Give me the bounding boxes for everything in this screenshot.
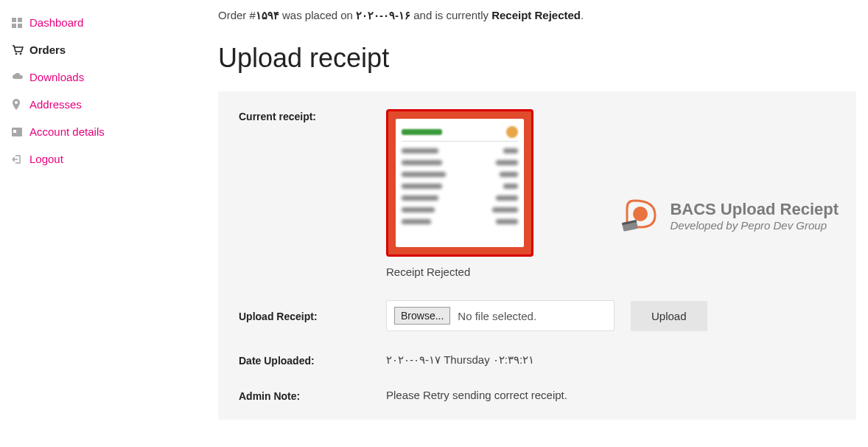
brand-subtitle: Developed by Pepro Dev Group <box>670 219 839 232</box>
svg-rect-2 <box>12 24 16 28</box>
date-uploaded-label: Date Uploaded: <box>239 353 386 367</box>
upload-panel: Current receipt: <box>218 91 856 420</box>
sidebar-item-addresses[interactable]: Addresses <box>12 91 203 118</box>
sidebar-item-label: Addresses <box>29 98 82 111</box>
upload-button[interactable]: Upload <box>631 301 707 331</box>
brand-watermark: BACS Upload Reciept Developed by Pepro D… <box>620 198 839 233</box>
current-receipt-label: Current receipt: <box>239 109 386 122</box>
sidebar-item-label: Dashboard <box>29 16 83 29</box>
sidebar-item-logout[interactable]: Logout <box>12 145 203 173</box>
dashboard-icon <box>12 18 29 28</box>
order-status-line: Order #۱۵۹۴ was placed on ۲۰۲۰-۰۹-۱۶ and… <box>218 9 856 22</box>
sidebar-item-account[interactable]: Account details <box>12 118 203 145</box>
order-number: ۱۵۹۴ <box>256 9 279 21</box>
pin-icon <box>12 99 29 111</box>
receipt-status-text: Receipt Rejected <box>386 266 836 278</box>
admin-note-label: Admin Note: <box>239 389 386 402</box>
card-icon <box>12 128 29 136</box>
sidebar-item-downloads[interactable]: Downloads <box>12 63 203 91</box>
sidebar-item-label: Downloads <box>29 71 84 83</box>
cart-icon <box>12 45 29 55</box>
brand-title: BACS Upload Reciept <box>670 200 839 219</box>
file-input[interactable]: Browse... No file selected. <box>386 300 615 331</box>
svg-rect-8 <box>13 130 16 133</box>
svg-point-5 <box>20 52 22 55</box>
svg-point-4 <box>15 52 18 55</box>
admin-note-row: Admin Note: Please Retry sending correct… <box>239 389 836 402</box>
logout-icon <box>12 154 29 164</box>
svg-rect-0 <box>12 18 16 22</box>
cloud-download-icon <box>12 73 29 82</box>
svg-rect-3 <box>18 24 22 28</box>
page-title: Upload receipt <box>218 43 856 74</box>
receipt-paper <box>396 119 524 247</box>
main-content: Order #۱۵۹۴ was placed on ۲۰۲۰-۰۹-۱۶ and… <box>218 9 856 420</box>
date-uploaded-row: Date Uploaded: ۲۰۲۰-۰۹-۱۷ Thursday ۰۲:۳۹… <box>239 353 836 367</box>
receipt-image[interactable] <box>386 109 533 257</box>
upload-receipt-label: Upload Receipt: <box>239 309 386 322</box>
date-uploaded-value: ۲۰۲۰-۰۹-۱۷ Thursday ۰۲:۳۹:۲۱ <box>386 353 836 367</box>
sidebar-item-label: Orders <box>29 44 66 56</box>
upload-receipt-row: Upload Receipt: Browse... No file select… <box>239 300 836 331</box>
svg-rect-1 <box>18 18 22 22</box>
admin-note-value: Please Retry sending correct receipt. <box>386 389 836 401</box>
file-selected-text: No file selected. <box>458 310 536 322</box>
svg-point-9 <box>633 207 648 221</box>
order-status: Receipt Rejected <box>491 9 581 21</box>
sidebar-item-dashboard[interactable]: Dashboard <box>12 9 203 36</box>
sidebar-item-label: Account details <box>29 125 105 138</box>
sidebar-item-label: Logout <box>29 153 63 165</box>
browse-button[interactable]: Browse... <box>394 307 450 325</box>
order-date: ۲۰۲۰-۰۹-۱۶ <box>356 9 410 21</box>
sidebar-item-orders[interactable]: Orders <box>12 36 203 63</box>
brand-icon <box>620 198 662 233</box>
current-receipt-row: Current receipt: <box>239 109 836 278</box>
svg-point-6 <box>15 101 18 104</box>
sidebar: Dashboard Orders Downloads Addresses Acc… <box>12 9 218 420</box>
